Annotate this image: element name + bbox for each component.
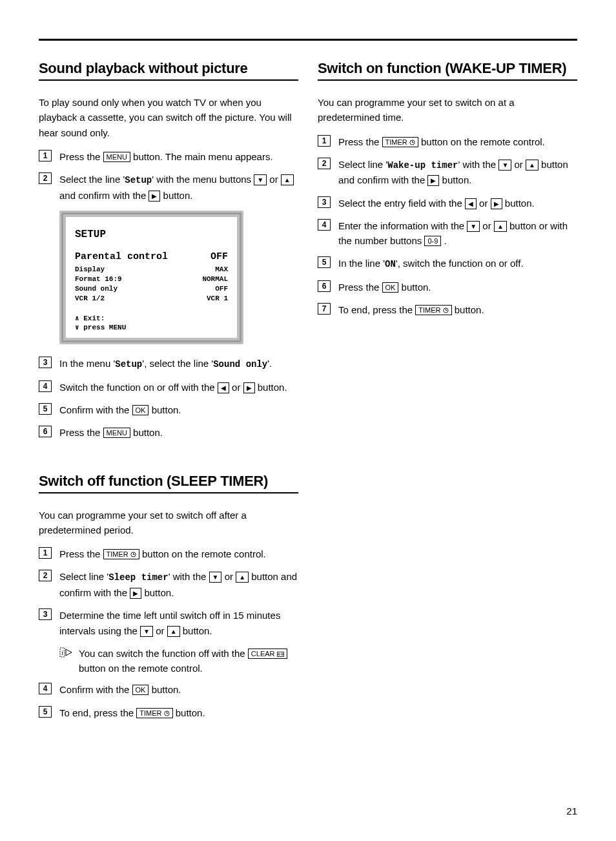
up-key: ▲ [236,572,249,583]
heading-wakeup-timer: Switch on function (WAKE-UP TIMER) [318,60,577,77]
info-arrow-icon: i [59,647,72,658]
osd-label-sleep-timer: Sleep timer [108,572,168,583]
tip-note: i You can switch the function off with t… [59,646,298,676]
right-key: ▶ [149,191,160,202]
page-number: 21 [39,805,577,816]
right-key: ▶ [427,175,439,186]
steps-wakeup-timer: Press the TIMER button on the remote con… [318,134,577,318]
osd-label-wakeup-timer: Wake-up timer [387,160,458,171]
section-rule [318,79,577,81]
step: Press the TIMER button on the remote con… [318,134,577,149]
timer-key: TIMER [136,708,172,718]
osd-title: SETUP [75,229,228,240]
osd-frame: SETUP Parental control OFF Display MAX F… [59,211,243,344]
step: Determine the time left until switch off… [39,608,298,638]
down-key: ▼ [467,221,480,232]
clock-icon [164,711,170,716]
tip-text: You can switch the function off with the… [79,646,298,676]
menu-key: MENU [103,152,130,162]
step: Select line 'Wake-up timer' with the ▼ o… [318,157,577,188]
up-key: ▲ [494,221,507,232]
osd-row: Sound only OFF [75,284,228,294]
intro-wakeup-timer: You can programme your set to switch on … [318,95,577,125]
clock-icon [409,140,415,145]
svg-text:i: i [61,649,63,656]
step: To end, press the TIMER button. [318,302,577,317]
down-key: ▼ [140,626,153,637]
step: Switch the function on or off with the ◀… [39,380,298,395]
osd-row: Parental control OFF [75,251,228,264]
steps-sleep-timer-cont: Confirm with the OK button. To end, pres… [39,682,298,720]
section-rule [39,79,298,81]
left-key: ◀ [465,198,477,209]
section-rule [39,492,298,493]
step: Press the MENU button. The main menu app… [39,149,298,164]
step: To end, press the TIMER button. [39,705,298,720]
osd-screenshot: SETUP Parental control OFF Display MAX F… [59,211,298,344]
steps-sound-playback-cont: In the menu 'Setup', select the line 'So… [39,356,298,440]
up-key: ▲ [281,174,294,185]
intro-sleep-timer: You can programme your set to switch off… [39,508,298,538]
column-right: Switch on function (WAKE-UP TIMER) You c… [318,60,577,728]
right-key: ▶ [491,198,502,209]
step: Press the MENU button. [39,425,298,440]
step: Select the entry field with the ◀ or ▶ b… [318,196,577,211]
down-key: ▼ [209,572,222,583]
ok-key: OK [132,685,149,695]
timer-key: TIMER [103,549,139,559]
step: In the line 'ON', switch the function on… [318,256,577,272]
left-key: ◀ [218,382,229,393]
step: In the menu 'Setup', select the line 'So… [39,356,298,372]
timer-key: TIMER [382,137,418,147]
svg-point-7 [278,654,280,656]
svg-marker-5 [66,649,72,656]
page-rule-top [39,39,577,41]
up-key: ▲ [167,626,180,637]
right-key: ▶ [243,382,255,393]
column-left: Sound playback without picture To play s… [39,60,298,728]
steps-sound-playback: Press the MENU button. The main menu app… [39,149,298,203]
step: Press the OK button. [318,280,577,295]
up-key: ▲ [526,160,539,171]
ok-key: OK [132,405,149,415]
intro-sound-playback: To play sound only when you watch TV or … [39,95,298,140]
number-keys: 0-9 [424,236,441,246]
osd-row: Format 16:9 NORMAL [75,275,228,284]
down-key: ▼ [254,174,267,185]
right-key: ▶ [130,588,141,599]
timer-key: TIMER [415,305,451,315]
step: Press the TIMER button on the remote con… [39,546,298,561]
step: Select line 'Sleep timer' with the ▼ or … [39,569,298,600]
two-column-layout: Sound playback without picture To play s… [39,60,577,728]
menu-key: MENU [103,428,130,438]
ok-key: OK [382,282,399,293]
step: Confirm with the OK button. [39,402,298,417]
step: Select the line 'Setup' with the menu bu… [39,172,298,203]
step: Confirm with the OK button. [39,682,298,697]
heading-sound-playback: Sound playback without picture [39,60,298,77]
osd-label-setup: Setup [115,359,142,369]
clock-icon [130,552,136,557]
osd-label-sound-only: Sound only [213,359,267,369]
clock-icon [443,307,449,313]
clear-key: CLEAR [248,649,287,659]
svg-point-8 [281,654,283,656]
heading-sleep-timer: Switch off function (SLEEP TIMER) [39,473,298,490]
cassette-icon [277,652,284,657]
down-key: ▼ [498,160,511,171]
osd-exit: ∧ Exit: ∨ press MENU [75,314,228,333]
steps-sleep-timer: Press the TIMER button on the remote con… [39,546,298,638]
osd-row: Display MAX [75,265,228,275]
osd-label-on: ON [385,259,396,269]
osd-row: VCR 1/2 VCR 1 [75,294,228,304]
step: Enter the information with the ▼ or ▲ bu… [318,218,577,249]
osd-label-setup: Setup [125,175,152,185]
